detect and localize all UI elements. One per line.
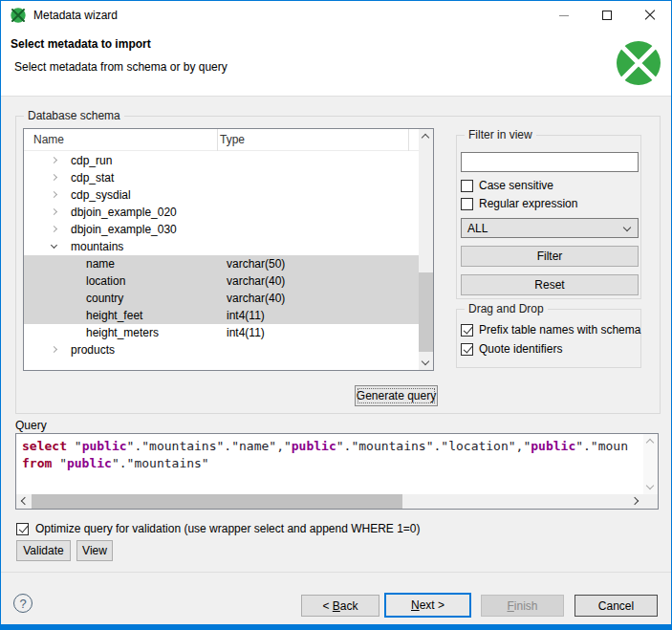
tree-row-products[interactable]: products <box>24 341 419 358</box>
window-title: Metadata wizard <box>33 9 118 22</box>
cancel-button[interactable]: Cancel <box>574 595 658 617</box>
page-subtitle: Select metadata from schema or by query <box>14 60 228 74</box>
minimize-icon <box>559 15 569 16</box>
collapse-icon[interactable] <box>51 242 57 249</box>
scroll-up-icon[interactable] <box>646 439 654 446</box>
tree-header: Name Type <box>24 129 433 151</box>
case-sensitive-row: Case sensitive <box>461 179 553 192</box>
window-bottom-border <box>1 624 671 629</box>
database-schema-label: Database schema <box>24 109 124 122</box>
tree-cell-name: cdp_stat <box>71 171 114 185</box>
filter-group-label: Filter in view <box>465 128 536 141</box>
expand-icon[interactable] <box>51 208 57 215</box>
title-bar[interactable]: Metadata wizard <box>1 1 671 30</box>
tree-row-country[interactable]: countryvarchar(40) <box>24 290 419 307</box>
clover-app-icon <box>11 8 26 23</box>
expand-icon[interactable] <box>51 346 57 353</box>
filter-input[interactable] <box>461 152 639 172</box>
view-button[interactable]: View <box>76 540 113 561</box>
tree-cell-type: varchar(50) <box>227 257 285 271</box>
tree-cell-type: int4(11) <box>227 326 265 339</box>
filter-in-view-group: Filter in view Case sensitive Regular ex… <box>456 135 641 299</box>
filter-button[interactable]: Filter <box>461 246 639 267</box>
chevron-down-icon <box>623 224 631 231</box>
tree-cell-name: country <box>86 292 123 305</box>
back-button[interactable]: < Back <box>301 595 379 617</box>
quote-identifiers-checkbox[interactable] <box>461 343 473 356</box>
filter-scope-select[interactable]: ALL <box>461 218 639 238</box>
help-button[interactable]: ? <box>13 594 33 613</box>
scrollbar-thumb[interactable] <box>32 494 402 509</box>
tree-row-location[interactable]: locationvarchar(40) <box>24 272 419 290</box>
maximize-icon <box>602 11 612 20</box>
tree-row-cdp_stat[interactable]: cdp_stat <box>24 169 419 186</box>
scrollbar-thumb[interactable] <box>419 272 433 352</box>
quote-identifiers-row: Quote identifiers <box>461 342 562 356</box>
tree-cell-name: cdp_run <box>71 154 112 167</box>
quote-identifiers-label: Quote identifiers <box>479 342 562 356</box>
regular-expression-label: Regular expression <box>479 197 577 210</box>
query-vertical-scrollbar[interactable] <box>643 434 658 494</box>
prefix-table-names-row: Prefix table names with schema <box>461 323 640 337</box>
tree-row-height_meters[interactable]: height_metersint4(11) <box>24 324 419 341</box>
query-line: from "public"."mountains" <box>22 455 640 472</box>
query-code: select "public"."mountains"."name","publ… <box>22 438 640 493</box>
column-divider[interactable] <box>217 129 218 151</box>
scroll-down-icon[interactable] <box>646 482 654 489</box>
expand-icon[interactable] <box>51 191 57 198</box>
tree-cell-type: varchar(40) <box>227 292 285 305</box>
tree-row-dbjoin_example_020[interactable]: dbjoin_example_020 <box>24 204 419 221</box>
case-sensitive-checkbox[interactable] <box>461 180 473 192</box>
reset-button[interactable]: Reset <box>461 274 639 295</box>
metadata-wizard-window: Metadata wizard Select metadata to impor… <box>0 0 672 630</box>
expand-icon[interactable] <box>51 174 57 181</box>
prefix-table-names-label: Prefix table names with schema <box>479 323 640 337</box>
scrollbar-corner <box>643 494 658 509</box>
footer-divider <box>1 572 671 573</box>
case-sensitive-label: Case sensitive <box>479 179 553 192</box>
tree-row-height_feet[interactable]: height_feetint4(11) <box>24 307 419 324</box>
query-label: Query <box>15 419 47 432</box>
tree-cell-name: name <box>86 257 115 271</box>
expand-icon[interactable] <box>51 226 57 232</box>
clover-logo <box>616 40 661 86</box>
tree-row-cdp_sysdial[interactable]: cdp_sysdial <box>24 186 419 204</box>
next-button[interactable]: Next > <box>384 593 471 618</box>
validate-button[interactable]: Validate <box>16 540 71 561</box>
tree-cell-name: products <box>71 343 115 357</box>
tree-row-name[interactable]: namevarchar(50) <box>24 255 419 272</box>
close-button[interactable] <box>628 1 671 30</box>
filter-scope-value: ALL <box>467 222 488 235</box>
optimize-query-label: Optimize query for validation (use wrapp… <box>35 522 421 535</box>
scroll-right-icon[interactable] <box>631 497 639 505</box>
drag-and-drop-label: Drag and Drop <box>465 302 548 315</box>
tree-cell-name: cdp_sysdial <box>71 188 131 202</box>
tree-row-mountains[interactable]: mountains <box>24 238 419 255</box>
scroll-left-icon[interactable] <box>21 497 29 505</box>
tree-row-dbjoin_example_030[interactable]: dbjoin_example_030 <box>24 221 419 238</box>
tree-cell-name: dbjoin_example_020 <box>71 206 177 219</box>
tree-row-cdp_run[interactable]: cdp_run <box>24 152 419 169</box>
tree-vertical-scrollbar[interactable] <box>419 129 433 370</box>
expand-icon[interactable] <box>51 157 57 163</box>
column-header-name[interactable]: Name <box>33 133 64 146</box>
scroll-down-icon[interactable] <box>422 358 429 365</box>
column-divider[interactable] <box>408 129 409 151</box>
prefix-table-names-checkbox[interactable] <box>461 324 473 337</box>
column-header-type[interactable]: Type <box>220 133 245 146</box>
finish-button[interactable]: Finish <box>481 595 564 617</box>
drag-and-drop-group: Drag and Drop Prefix table names with sc… <box>456 309 641 368</box>
query-editor[interactable]: select "public"."mountains"."name","publ… <box>15 433 659 510</box>
minimize-button[interactable] <box>542 1 585 30</box>
tree-cell-type: int4(11) <box>227 309 265 322</box>
tree-cell-name: location <box>86 274 125 288</box>
optimize-query-checkbox[interactable] <box>16 523 29 535</box>
regular-expression-checkbox[interactable] <box>461 198 473 210</box>
scroll-up-icon[interactable] <box>422 134 429 141</box>
schema-tree[interactable]: Name Type cdp_runcdp_statcdp_sysdialdbjo… <box>23 128 434 371</box>
maximize-button[interactable] <box>585 1 628 30</box>
window-controls <box>542 1 671 30</box>
generate-query-button[interactable]: Generate query <box>355 385 438 406</box>
query-horizontal-scrollbar[interactable] <box>16 494 643 509</box>
query-line: select "public"."mountains"."name","publ… <box>22 438 640 455</box>
